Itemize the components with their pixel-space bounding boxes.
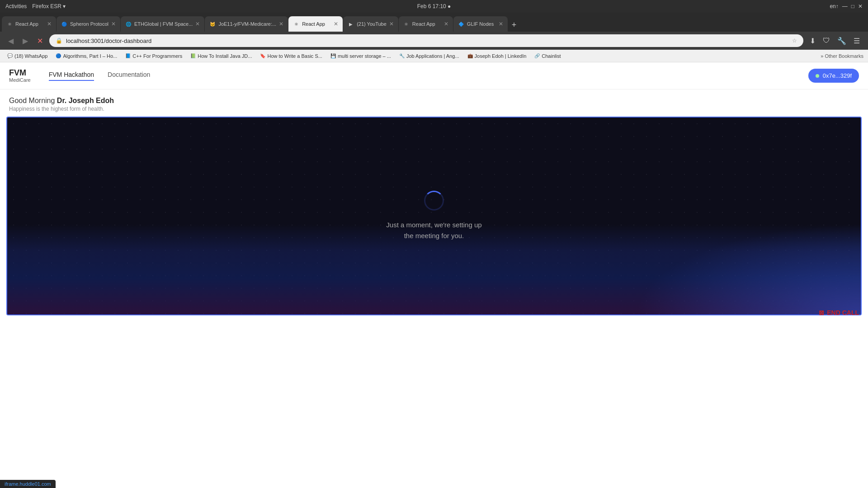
bookmark-favicon: 🔧 <box>399 53 405 58</box>
bookmark-title: How To Install Java JD... <box>198 53 252 59</box>
menu-button[interactable]: ☰ <box>851 35 863 47</box>
nav-item-fvm-hackathon[interactable]: FVM Hackathon <box>49 71 94 81</box>
browser-tab-t8[interactable]: 🔷 GLIF Nodes ✕ <box>453 16 508 32</box>
bookmark-item[interactable]: 💾multi server storage – ... <box>328 52 394 60</box>
tab-title: JoE11-y/FVM-Medicare:... <box>218 21 276 27</box>
bookmark-favicon: 💾 <box>330 53 336 58</box>
bookmarks-more-button[interactable]: » Other Bookmarks <box>821 53 863 59</box>
back-button[interactable]: ◀ <box>5 35 16 47</box>
lang-label[interactable]: en↑ <box>830 3 838 9</box>
bookmark-favicon: 🔗 <box>534 53 540 58</box>
tab-close-icon[interactable]: ✕ <box>389 21 394 27</box>
tab-favicon: ⚛ <box>403 21 410 27</box>
tab-favicon: ⚛ <box>6 21 13 27</box>
wallet-address: 0x7e...329f <box>823 72 852 79</box>
window-maximize[interactable]: □ <box>851 3 854 9</box>
bookmarks-bar: 💬(18) WhatsApp🔵Algorithms, Part I – Ho..… <box>0 50 868 62</box>
bookmark-title: Algorithms, Part I – Ho... <box>63 53 117 59</box>
bookmark-item[interactable]: 🔧Job Applications | Ang... <box>396 52 462 60</box>
doctor-name: Dr. Joseph Edoh <box>57 97 114 104</box>
loading-line2: the meeting for you. <box>404 232 464 239</box>
bookmark-item[interactable]: 🔗Chainlist <box>532 52 563 60</box>
star-icon[interactable]: ☆ <box>792 38 797 44</box>
app-nav: FVM HackathonDocumentation <box>49 71 808 81</box>
loading-line1: Just a moment, we're setting up <box>386 221 481 229</box>
new-tab-button[interactable]: + <box>508 19 520 32</box>
nav-item-documentation[interactable]: Documentation <box>108 71 150 81</box>
bookmark-title: Joseph Edoh | LinkedIn <box>475 53 527 59</box>
logo-medicare: MediCare <box>9 77 31 83</box>
tab-title: Spheron Protocol <box>70 21 108 27</box>
browser-tab-t2[interactable]: 🔵 Spheron Protocol ✕ <box>57 16 120 32</box>
tab-close-icon[interactable]: ✕ <box>47 21 52 27</box>
browser-tab-t3[interactable]: 🌐 ETHGlobal | FVM Space... ✕ <box>121 16 204 32</box>
loading-content: Just a moment, we're setting up the meet… <box>386 191 481 241</box>
nav-tools: ⬇ 🛡 🔧 ☰ <box>807 35 863 47</box>
browser-tab-t6[interactable]: ▶ (21) YouTube ✕ <box>343 16 398 32</box>
tab-close-icon[interactable]: ✕ <box>279 21 283 27</box>
browser-label[interactable]: Firefox ESR ▾ <box>32 3 66 9</box>
reload-button[interactable]: ✕ <box>34 35 46 47</box>
browser-tab-t7[interactable]: ⚛ React App ✕ <box>399 16 453 32</box>
bookmark-item[interactable]: 📘C++ For Programmers <box>123 52 185 60</box>
activities-label[interactable]: Activities <box>5 3 27 9</box>
bookmark-favicon: 💼 <box>467 53 473 58</box>
logo-fvm: FVM <box>9 69 31 78</box>
tab-title: (21) YouTube <box>357 21 387 27</box>
app-logo: FVM MediCare <box>9 69 31 83</box>
status-text: iframe.huddle01.com <box>5 481 51 487</box>
tab-close-icon[interactable]: ✕ <box>195 21 200 27</box>
downloads-button[interactable]: ⬇ <box>807 35 818 47</box>
tab-title: React App <box>15 21 44 27</box>
bookmark-item[interactable]: 💼Joseph Edoh | LinkedIn <box>465 52 529 60</box>
shield-button[interactable]: 🛡 <box>820 35 833 47</box>
wallet-status-dot <box>816 74 819 78</box>
greeting-subtitle: Happiness is the highest form of health. <box>9 106 859 112</box>
tab-close-icon[interactable]: ✕ <box>499 21 503 27</box>
tab-title: React App <box>302 21 331 27</box>
bookmark-item[interactable]: 🔵Algorithms, Part I – Ho... <box>53 52 120 60</box>
end-call-icon: ⊠ <box>819 309 824 316</box>
tab-favicon: 🌐 <box>125 21 132 27</box>
os-bar-center: Feb 6 17:10 ● <box>417 3 451 9</box>
tab-close-icon[interactable]: ✕ <box>334 21 338 27</box>
app-header: FVM MediCare FVM HackathonDocumentation … <box>0 62 868 89</box>
bookmark-title: multi server storage – ... <box>338 53 391 59</box>
greeting-title: Good Morning Dr. Joseph Edoh <box>9 97 859 105</box>
os-bar-right: en↑ — □ ✕ <box>830 3 863 9</box>
window-minimize[interactable]: — <box>842 3 848 9</box>
tab-close-icon[interactable]: ✕ <box>111 21 116 27</box>
bookmark-favicon: 💬 <box>7 53 13 58</box>
browser-tab-t5[interactable]: ⚛ React App ✕ <box>288 16 343 32</box>
bookmark-title: Chainlist <box>542 53 561 59</box>
bookmark-item[interactable]: 💬(18) WhatsApp <box>5 52 50 60</box>
extensions-button[interactable]: 🔧 <box>835 35 849 47</box>
forward-button[interactable]: ▶ <box>20 35 31 47</box>
address-bar[interactable]: 🔒 localhost:3001/doctor-dashboard ☆ <box>49 34 803 47</box>
bookmark-favicon: 📗 <box>190 53 196 58</box>
tab-favicon: 🐱 <box>209 21 216 27</box>
tab-bar: ⚛ React App ✕ 🔵 Spheron Protocol ✕ 🌐 ETH… <box>0 13 868 32</box>
loading-spinner <box>424 191 444 211</box>
bookmark-title: C++ For Programmers <box>132 53 182 59</box>
bookmark-item[interactable]: 🔖How to Write a Basic S... <box>257 52 325 60</box>
tab-favicon: ▶ <box>348 21 354 27</box>
greeting-text: Good Morning <box>9 97 55 104</box>
end-call-button[interactable]: ⊠ END CALL <box>819 309 859 316</box>
app-content: FVM MediCare FVM HackathonDocumentation … <box>0 62 868 488</box>
browser-tab-t1[interactable]: ⚛ React App ✕ <box>2 16 56 32</box>
nav-bar: ◀ ▶ ✕ 🔒 localhost:3001/doctor-dashboard … <box>0 32 868 50</box>
bookmark-title: How to Write a Basic S... <box>267 53 322 59</box>
tab-close-icon[interactable]: ✕ <box>444 21 448 27</box>
tab-title: GLIF Nodes <box>467 21 496 27</box>
browser-tab-t4[interactable]: 🐱 JoE11-y/FVM-Medicare:... ✕ <box>205 16 288 32</box>
bookmark-title: (18) WhatsApp <box>14 53 47 59</box>
wallet-button[interactable]: 0x7e...329f <box>808 69 859 83</box>
tab-favicon: 🔵 <box>61 21 67 27</box>
loading-text: Just a moment, we're setting up the meet… <box>386 220 481 241</box>
window-close[interactable]: ✕ <box>858 3 863 9</box>
bookmark-item[interactable]: 📗How To Install Java JD... <box>188 52 255 60</box>
bookmark-favicon: 📘 <box>125 53 131 58</box>
tab-favicon: 🔷 <box>458 21 464 27</box>
video-container: Just a moment, we're setting up the meet… <box>6 117 862 315</box>
